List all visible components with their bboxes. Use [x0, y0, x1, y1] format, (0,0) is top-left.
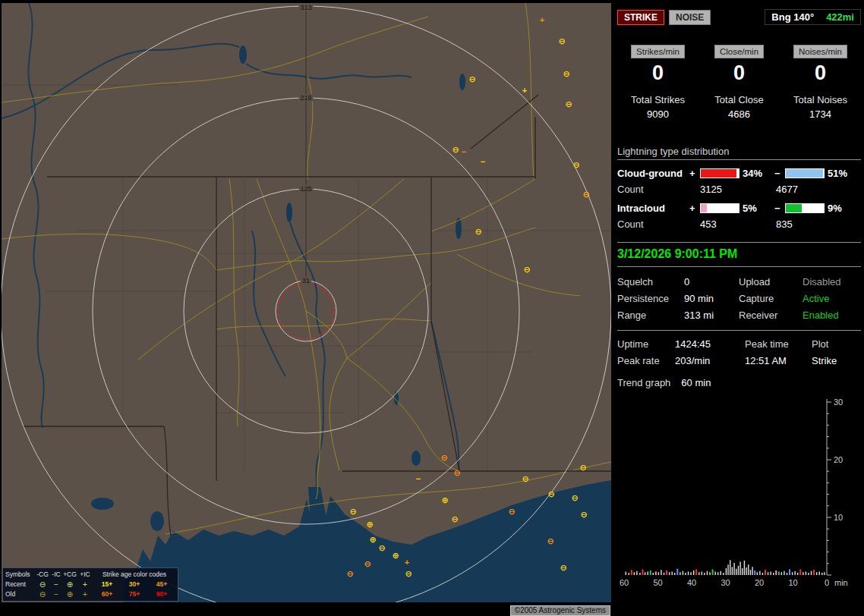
legend-age-30: 30+: [121, 580, 148, 589]
legend-type-header: -CG: [36, 570, 49, 580]
close-per-min-chip[interactable]: Close/min: [714, 45, 764, 58]
legend-age-60: 60+: [93, 589, 121, 599]
peak-rate-value: 203/min: [675, 355, 745, 366]
datetime-value: 3/12/2026 9:00:11 PM: [617, 247, 861, 261]
legend-type-header: -IC: [49, 570, 63, 580]
legend-symbol-ic-pos: +: [77, 589, 93, 599]
persistence-label: Persistence: [617, 293, 684, 304]
plus-sign: +: [689, 168, 700, 179]
legend-symbol-cg-pos: ⊕: [63, 589, 77, 599]
info-grid: Uptime 1424:45 Peak time Plot Peak rate …: [617, 338, 861, 366]
upload-status: Disabled: [803, 276, 857, 288]
divider: [617, 330, 861, 331]
strike-map[interactable]: 31125219313 +⊖⊖⊖+⊖⊖−−⊖⊖⊖⊖⊖⊖⊖−⊖⊖⊖⊖⊖⊕⊕⊖⊕+⊖…: [2, 3, 611, 602]
svg-text:20: 20: [755, 578, 764, 587]
intracloud-pos-pct: 5%: [739, 203, 774, 214]
cloud-ground-label: Cloud-ground: [617, 168, 689, 179]
plus-sign: +: [689, 203, 700, 214]
legend-symbol-cg-neg: ⊖: [36, 589, 49, 599]
bearing-distance: 422mi: [826, 11, 854, 23]
noises-per-min: Noises/min 0: [780, 45, 861, 85]
peak-time-label: Peak time: [745, 338, 812, 350]
cloud-ground-count-row: Count 3125 4677: [617, 184, 861, 195]
intracloud-neg-count: 835: [776, 218, 859, 230]
legend-symbol-cg-pos: ⊕: [63, 580, 77, 589]
svg-text:40: 40: [687, 578, 696, 587]
cloud-ground-pos-bar: [700, 168, 739, 178]
noises-per-min-chip[interactable]: Noises/min: [793, 45, 847, 58]
trend-window-value: 60 min: [681, 377, 711, 388]
datetime-box: 3/12/2026 9:00:11 PM: [617, 242, 861, 267]
total-strikes-value: 9090: [617, 108, 698, 120]
svg-text:20: 20: [834, 455, 843, 464]
legend-row-recent: Recent: [5, 580, 36, 589]
svg-text:10: 10: [834, 513, 843, 522]
capture-status: Active: [803, 293, 857, 304]
svg-text:30: 30: [721, 578, 730, 587]
total-noises-value: 1734: [780, 108, 861, 120]
total-close-label: Total Close: [698, 94, 780, 105]
receiver-label: Receiver: [739, 310, 803, 321]
legend-row-old: Old: [5, 589, 36, 599]
total-noises: Total Noises 1734: [780, 94, 861, 120]
total-noises-label: Total Noises: [780, 94, 861, 105]
trend-header: Trend graph 60 min: [617, 377, 861, 388]
total-strikes-label: Total Strikes: [617, 94, 698, 105]
legend-age-75: 75+: [121, 589, 148, 599]
peak-rate-label: Peak rate: [617, 355, 675, 366]
intracloud-pos-count: 453: [700, 218, 776, 230]
count-label: Count: [617, 218, 689, 230]
plot-value: Strike: [812, 355, 856, 366]
minus-sign: −: [774, 203, 785, 214]
cloud-ground-neg-pct: 51%: [825, 168, 856, 179]
intracloud-neg-pct: 9%: [825, 203, 856, 214]
close-per-min-value: 0: [698, 61, 780, 85]
close-per-min: Close/min 0: [698, 45, 780, 85]
plot-label: Plot: [812, 338, 856, 350]
noises-per-min-value: 0: [780, 61, 861, 85]
map-svg: [2, 3, 611, 602]
legend-symbol-ic-neg: −: [49, 589, 63, 599]
uptime-value: 1424:45: [675, 338, 745, 350]
intracloud-pos-bar: [700, 203, 739, 213]
range-value: 313 mi: [684, 310, 739, 321]
uptime-label: Uptime: [617, 338, 675, 350]
strikes-per-min-chip[interactable]: Strikes/min: [631, 45, 685, 58]
strike-button[interactable]: STRIKE: [617, 10, 664, 25]
range-label: Range: [617, 310, 684, 321]
legend-age-header: Strike age color codes: [93, 570, 175, 580]
svg-text:60: 60: [620, 578, 629, 587]
minus-sign: −: [774, 168, 785, 179]
receiver-status: Enabled: [803, 310, 857, 321]
legend-symbols-header: Symbols: [5, 570, 36, 580]
noise-button[interactable]: NOISE: [669, 10, 711, 25]
legend-age-45: 45+: [148, 580, 175, 589]
svg-text:min: min: [834, 578, 848, 587]
bearing-value: Bng 140°: [771, 11, 814, 23]
distribution-heading: Lightning type distribution: [617, 146, 861, 160]
persistence-value: 90 min: [684, 293, 739, 304]
cloud-ground-neg-count: 4677: [776, 184, 859, 195]
svg-text:10: 10: [788, 578, 797, 587]
trend-graph: 3020106050403020100min: [617, 391, 859, 587]
peak-time-value: 12:51 AM: [745, 355, 812, 366]
intracloud-count-row: Count 453 835: [617, 218, 861, 230]
legend-type-header: +IC: [77, 570, 93, 580]
squelch-label: Squelch: [617, 276, 684, 288]
bearing-display: Bng 140° 422mi: [765, 9, 861, 25]
capture-label: Capture: [739, 293, 803, 304]
totals-row: Total Strikes 9090 Total Close 4686 Tota…: [617, 94, 861, 120]
squelch-value: 0: [684, 276, 739, 288]
cloud-ground-row: Cloud-ground + 34% − 51%: [617, 168, 861, 179]
cloud-ground-neg-bar: [785, 168, 825, 178]
intracloud-row: Intracloud + 5% − 9%: [617, 203, 861, 214]
intracloud-label: Intracloud: [617, 203, 689, 214]
cloud-ground-pos-count: 3125: [700, 184, 776, 195]
trend-graph-label: Trend graph: [617, 377, 670, 388]
map-footer: ©2005 Astrogenic Systems: [2, 602, 611, 614]
total-close-value: 4686: [698, 108, 780, 120]
legend-age-90: 90+: [148, 589, 175, 599]
strikes-per-min-value: 0: [617, 61, 698, 85]
upload-label: Upload: [739, 276, 803, 288]
svg-text:0: 0: [825, 578, 829, 587]
